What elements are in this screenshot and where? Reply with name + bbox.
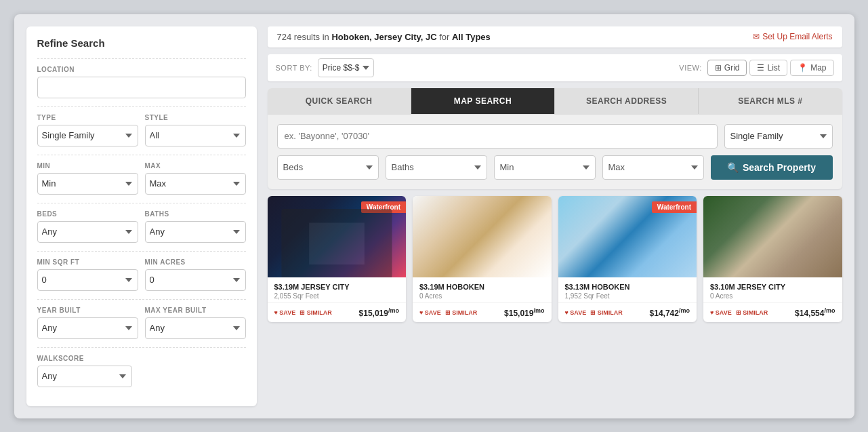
style-label: STYLE: [145, 114, 246, 121]
card-price-city-2: $3.19M HOBOKEN: [419, 283, 545, 291]
max-select[interactable]: Max 500000 750000 1000000: [145, 173, 246, 195]
card-area-3: 1,952 Sqr Feet: [565, 292, 690, 300]
similar-button-2[interactable]: ⊞ SIMILAR: [445, 309, 478, 316]
refine-search-panel: Refine Search LOCATION TYPE Single Famil…: [26, 26, 257, 406]
main-content: 724 results in Hoboken, Jersey City, JC …: [268, 26, 842, 406]
card-actions-4: ♥ SAVE ⊞ SIMILAR: [710, 309, 768, 316]
search-property-button[interactable]: 🔍 Search Property: [711, 155, 833, 180]
minacres-label: MIN ACRES: [145, 258, 246, 266]
email-alert-button[interactable]: ✉ Set Up Email Alerts: [753, 32, 832, 41]
beds-baths-group: BEDS Any 1 2 3 4 5+ BATHS Any 1: [37, 203, 246, 243]
yearbuilt-col: YEAR BUILT Any 2020 2015 2010 2000: [37, 307, 138, 339]
card-info-4: $3.10M JERSEY CITY 0 Acres: [703, 277, 842, 302]
tab-search-address[interactable]: SEARCH ADDRESS: [555, 88, 699, 114]
type-label: TYPE: [37, 114, 138, 121]
property-image-4: [703, 196, 842, 277]
sort-select[interactable]: Price $$-$ Price $-$$ Newest Oldest: [318, 58, 374, 77]
minsqft-col: MIN SQR FT 0 500 1000 1500 2000: [37, 258, 138, 291]
card-area-2: 0 Acres: [419, 292, 545, 300]
min-select[interactable]: Min 100000 200000 300000: [37, 173, 138, 195]
baths-col: BATHS Any 1 2 3 4+: [145, 210, 246, 243]
baths-filter-select[interactable]: Baths 1 2 3 4+: [386, 155, 487, 180]
results-locations: Hoboken, Jersey City, JC: [331, 32, 436, 42]
walkscore-group: WALKSCORE Any 50+ 70+ 90+: [37, 347, 246, 387]
view-label: VIEW:: [679, 64, 701, 72]
property-card[interactable]: Waterfront $3.13M HOBOKEN 1,952 Sqr Feet…: [558, 196, 697, 322]
baths-select[interactable]: Any 1 2 3 4+: [145, 221, 246, 243]
card-footer-4: ♥ SAVE ⊞ SIMILAR $14,554/mo: [703, 302, 842, 322]
sort-by-label: SORT BY:: [276, 64, 312, 72]
similar-button-3[interactable]: ⊞ SIMILAR: [590, 309, 623, 316]
minacres-select[interactable]: 0 0.25 0.5 1 2: [145, 269, 246, 291]
monthly-price-4: $14,554/mo: [795, 307, 835, 318]
list-icon: ☰: [757, 63, 764, 73]
results-for: for: [439, 32, 452, 42]
card-actions-3: ♥ SAVE ⊞ SIMILAR: [565, 309, 623, 316]
results-text: results in: [294, 32, 332, 42]
save-button-1[interactable]: ♥ SAVE: [274, 309, 296, 316]
card-footer-3: ♥ SAVE ⊞ SIMILAR $14,742/mo: [558, 302, 697, 322]
property-image-1: Waterfront: [268, 196, 407, 277]
tab-map-search[interactable]: MAP SEARCH: [411, 88, 555, 114]
search-body: Single Family Condo Townhouse Multi-Fami…: [268, 115, 842, 189]
waterfront-badge-1: Waterfront: [361, 201, 406, 213]
results-type: All Types: [452, 32, 491, 42]
monthly-price-1: $15,019/mo: [359, 307, 399, 318]
grid-icon: ⊞: [715, 63, 722, 73]
email-alert-text: Set Up Email Alerts: [762, 32, 832, 41]
beds-label: BEDS: [37, 210, 138, 218]
address-search-input[interactable]: [277, 124, 718, 149]
tab-search-mls[interactable]: SEARCH MLS #: [699, 88, 842, 114]
type-select[interactable]: Single Family Condo Townhouse Multi-Fami…: [37, 125, 138, 146]
type-style-group: TYPE Single Family Condo Townhouse Multi…: [37, 106, 246, 146]
card-actions-1: ♥ SAVE ⊞ SIMILAR: [274, 309, 332, 316]
max-price-filter-select[interactable]: Max 500000 750000 1000000: [602, 155, 704, 180]
card-price-city-1: $3.19M JERSEY CITY: [274, 283, 400, 291]
walkscore-select[interactable]: Any 50+ 70+ 90+: [37, 366, 132, 387]
minsqft-select[interactable]: 0 500 1000 1500 2000: [37, 269, 138, 291]
list-label: List: [767, 63, 780, 73]
search-icon: 🔍: [727, 162, 739, 173]
type-col: TYPE Single Family Condo Townhouse Multi…: [37, 114, 138, 146]
tab-quick-search[interactable]: QUICK SEARCH: [268, 88, 411, 114]
card-area-1: 2,055 Sqr Feet: [274, 292, 400, 300]
card-info-2: $3.19M HOBOKEN 0 Acres: [413, 277, 552, 302]
save-button-2[interactable]: ♥ SAVE: [419, 309, 441, 316]
card-footer-2: ♥ SAVE ⊞ SIMILAR $15,019/mo: [413, 302, 552, 322]
grid-view-button[interactable]: ⊞ Grid: [707, 60, 747, 76]
yearbuilt-label: YEAR BUILT: [37, 307, 138, 314]
search-type-select[interactable]: Single Family Condo Townhouse Multi-Fami…: [724, 124, 833, 149]
beds-filter-select[interactable]: Beds 1 2 3 4 5+: [277, 155, 379, 180]
similar-button-1[interactable]: ⊞ SIMILAR: [299, 309, 332, 316]
location-group: LOCATION: [37, 58, 246, 98]
map-label: Map: [810, 63, 826, 73]
minacres-col: MIN ACRES 0 0.25 0.5 1 2: [145, 258, 246, 291]
location-input[interactable]: [37, 77, 246, 98]
card-actions-2: ♥ SAVE ⊞ SIMILAR: [419, 309, 477, 316]
yearbuilt-select[interactable]: Any 2020 2015 2010 2000: [37, 317, 138, 339]
sort-left: SORT BY: Price $$-$ Price $-$$ Newest Ol…: [276, 58, 374, 77]
property-card[interactable]: Waterfront $3.19M JERSEY CITY 2,055 Sqr …: [268, 196, 407, 322]
maxyearbuilt-select[interactable]: Any 2024 2023 2022: [145, 317, 246, 339]
similar-button-4[interactable]: ⊞ SIMILAR: [736, 309, 768, 316]
min-col: MIN Min 100000 200000 300000: [37, 162, 138, 195]
style-select[interactable]: All Colonial Ranch Contemporary: [145, 125, 246, 146]
search-row-filters: Beds 1 2 3 4 5+ Baths 1 2 3 4+: [277, 155, 833, 180]
top-bar: 724 results in Hoboken, Jersey City, JC …: [268, 26, 842, 47]
waterfront-badge-3: Waterfront: [652, 201, 697, 213]
card-area-4: 0 Acres: [710, 292, 835, 300]
sqft-acres-group: MIN SQR FT 0 500 1000 1500 2000 MIN ACRE…: [37, 251, 246, 291]
map-view-button[interactable]: 📍 Map: [790, 60, 833, 76]
card-info-1: $3.19M JERSEY CITY 2,055 Sqr Feet: [268, 277, 407, 302]
location-label: LOCATION: [37, 66, 246, 73]
save-button-4[interactable]: ♥ SAVE: [710, 309, 732, 316]
baths-label: BATHS: [145, 210, 246, 218]
beds-select[interactable]: Any 1 2 3 4 5+: [37, 221, 138, 243]
property-card[interactable]: $3.10M JERSEY CITY 0 Acres ♥ SAVE ⊞ SIMI…: [703, 196, 842, 322]
maxyearbuilt-col: MAX YEAR BUILT Any 2024 2023 2022: [145, 307, 246, 339]
list-view-button[interactable]: ☰ List: [749, 60, 787, 76]
min-price-filter-select[interactable]: Min 100000 200000 300000: [494, 155, 596, 180]
card-price-city-3: $3.13M HOBOKEN: [565, 283, 690, 291]
save-button-3[interactable]: ♥ SAVE: [565, 309, 587, 316]
property-card[interactable]: $3.19M HOBOKEN 0 Acres ♥ SAVE ⊞ SIMILAR …: [413, 196, 552, 322]
